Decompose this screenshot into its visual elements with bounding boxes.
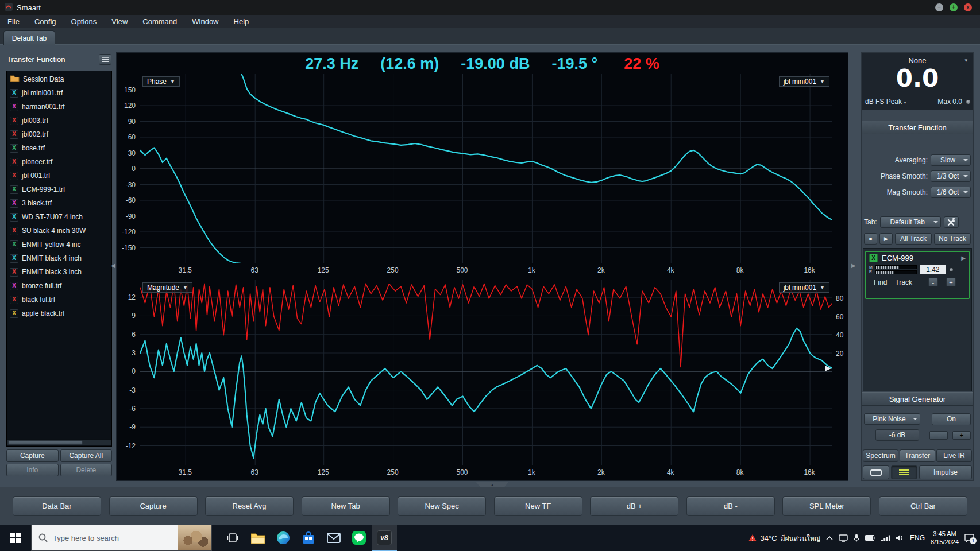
network-tray-icon[interactable] xyxy=(881,535,890,541)
generator-on-button[interactable]: On xyxy=(932,413,971,425)
language-indicator[interactable]: ENG xyxy=(910,534,925,542)
level-plus-button[interactable]: + xyxy=(952,431,971,440)
menu-options[interactable]: Options xyxy=(64,15,105,28)
minimize-button[interactable]: – xyxy=(935,3,943,11)
impulse-button[interactable]: Impulse xyxy=(919,465,972,479)
mode-tab-live-ir[interactable]: Live IR xyxy=(936,449,972,462)
spectrograph-view-button[interactable] xyxy=(891,465,917,479)
file-su-black-4-inch-30w[interactable]: XSU black 4 inch 30W xyxy=(7,224,111,238)
measurement-run-icon[interactable]: ▶ xyxy=(961,255,966,261)
file-wd-st-7u07-4-inch[interactable]: XWD ST-7U07 4 inch xyxy=(7,210,111,224)
display-tray-icon[interactable] xyxy=(839,534,848,542)
tab-default[interactable]: Default Tab xyxy=(3,30,55,45)
file-enmit-yellow-4-inc[interactable]: XENMIT yellow 4 inc xyxy=(7,238,111,251)
menu-window[interactable]: Window xyxy=(184,15,226,28)
file-jbl002-trf[interactable]: Xjbl002.trf xyxy=(7,127,111,141)
horizontal-scrollbar[interactable] xyxy=(7,439,111,445)
track-button[interactable]: Track xyxy=(895,278,912,286)
dropdown-mag-smooth[interactable]: 1/6 Oct xyxy=(931,187,971,198)
session-data-list[interactable]: Session Data Xjbl mini001.trfXharman001.… xyxy=(6,71,112,447)
all-track-button[interactable]: All Track xyxy=(895,233,932,245)
magnitude-plot[interactable]: Magnitude▼ jbl mini001▼ xyxy=(140,280,832,465)
ctrl-ctrl-bar[interactable]: Ctrl Bar xyxy=(879,496,967,516)
weather-widget[interactable]: 34°C มีฝนส่วนใหญ่ xyxy=(748,533,820,544)
phase-trace-selector[interactable]: jbl mini001▼ xyxy=(779,76,829,87)
dropdown-averaging[interactable]: Slow xyxy=(931,154,971,166)
meter-scale-dropdown[interactable]: dB FS Peak ▾ xyxy=(865,98,906,106)
ctrl-spl-meter[interactable]: SPL Meter xyxy=(782,496,871,516)
magnitude-trace-selector[interactable]: jbl mini001▼ xyxy=(779,282,829,293)
line-button[interactable] xyxy=(346,525,372,551)
live-measurement-ecm-999[interactable]: X ECM-999 ▶ M R 1.42 xyxy=(865,251,970,299)
session-data-folder[interactable]: Session Data xyxy=(7,71,111,86)
gain-value-field[interactable]: 1.42 xyxy=(920,265,946,274)
file-enmit-black-3-inch[interactable]: XENMIT black 3 inch xyxy=(7,265,111,279)
capture-button[interactable]: Capture xyxy=(6,449,59,462)
action-center-button[interactable]: 1 xyxy=(964,534,974,542)
no-track-button[interactable]: No Track xyxy=(934,233,971,245)
menu-view[interactable]: View xyxy=(104,15,135,28)
menu-file[interactable]: File xyxy=(0,15,27,28)
phase-type-selector[interactable]: Phase▼ xyxy=(142,76,180,87)
taskbar-clock[interactable]: 3:45 AM 8/15/2024 xyxy=(931,530,959,546)
signal-type-dropdown[interactable]: Pink Noise xyxy=(864,413,920,425)
delete-button[interactable]: Delete xyxy=(60,464,113,476)
generator-level-field[interactable]: -6 dB xyxy=(875,429,919,441)
phase-plot[interactable]: Phase▼ jbl mini001▼ xyxy=(140,74,832,263)
ctrl-db[interactable]: dB + xyxy=(590,496,678,516)
file-jbl003-trf[interactable]: Xjbl003.trf xyxy=(7,114,111,127)
capture-all-button[interactable]: Capture All xyxy=(60,449,113,462)
menu-config[interactable]: Config xyxy=(27,15,64,28)
ctrl-db[interactable]: dB - xyxy=(686,496,775,516)
start-button[interactable] xyxy=(0,525,31,551)
menu-command[interactable]: Command xyxy=(135,15,184,28)
file-bose-trf[interactable]: Xbose.trf xyxy=(7,141,111,155)
hide-left-panel-arrow[interactable]: ◀ xyxy=(111,262,115,269)
taskbar-search[interactable]: Type here to search xyxy=(31,525,212,551)
file-explorer-button[interactable] xyxy=(245,525,271,551)
file-enmit-black-4-inch[interactable]: XENMIT black 4 inch xyxy=(7,251,111,265)
battery-tray-icon[interactable] xyxy=(865,535,875,541)
smaart-v8-button[interactable]: v8 xyxy=(372,525,397,551)
search-highlight-image[interactable] xyxy=(178,525,211,550)
ctrl-data-bar[interactable]: Data Bar xyxy=(13,496,101,516)
ctrl-new-tab[interactable]: New Tab xyxy=(302,496,390,516)
file-harman001-trf[interactable]: Xharman001.trf xyxy=(7,100,111,114)
mode-tab-spectrum[interactable]: Spectrum xyxy=(863,449,898,462)
ctrl-new-tf[interactable]: New TF xyxy=(494,496,582,516)
task-view-button[interactable] xyxy=(220,525,245,551)
menu-help[interactable]: Help xyxy=(226,15,257,28)
maximize-button[interactable]: + xyxy=(950,3,958,11)
tab-dropdown[interactable]: Default Tab xyxy=(880,216,941,228)
edge-button[interactable] xyxy=(271,525,296,551)
tray-expand-button[interactable] xyxy=(826,536,833,540)
file-ecm-999-1-trf[interactable]: XECM-999-1.trf xyxy=(7,183,111,196)
ctrl-new-spec[interactable]: New Spec xyxy=(398,496,486,516)
gain-plus-button[interactable]: + xyxy=(946,278,956,286)
tab-settings-button[interactable] xyxy=(944,216,959,228)
file-jbl-001-trf[interactable]: Xjbl 001.trf xyxy=(7,169,111,183)
store-button[interactable] xyxy=(296,525,321,551)
dropdown-phase-smooth[interactable]: 1/3 Oct xyxy=(931,170,971,182)
ctrl-reset-avg[interactable]: Reset Avg xyxy=(205,496,294,516)
hide-right-panel-arrow[interactable]: ▶ xyxy=(851,262,856,269)
gain-minus-button[interactable]: - xyxy=(928,278,938,286)
rta-view-button[interactable] xyxy=(863,465,889,479)
file-3-black-trf[interactable]: X3 black.trf xyxy=(7,196,111,210)
file-apple-black-trf[interactable]: Xapple black.trf xyxy=(7,306,111,320)
mail-button[interactable] xyxy=(321,525,346,551)
file-jbl-mini001-trf[interactable]: Xjbl mini001.trf xyxy=(7,86,111,100)
volume-tray-icon[interactable] xyxy=(896,534,904,541)
magnitude-type-selector[interactable]: Magnitude▼ xyxy=(142,282,192,293)
file-black-ful-trf[interactable]: Xblack ful.trf xyxy=(7,293,111,306)
play-button[interactable]: ▶ xyxy=(879,233,893,245)
scrollbar-thumb[interactable] xyxy=(8,440,83,445)
stop-button[interactable]: ■ xyxy=(864,233,877,245)
level-minus-button[interactable]: - xyxy=(929,431,948,440)
find-button[interactable]: Find xyxy=(874,278,887,286)
file-bronze-full-trf[interactable]: Xbronze full.trf xyxy=(7,279,111,293)
mode-tab-transfer[interactable]: Transfer xyxy=(900,449,935,462)
close-button[interactable]: x xyxy=(964,3,972,11)
info-button[interactable]: Info xyxy=(6,464,59,476)
panel-menu-button[interactable] xyxy=(99,54,111,65)
